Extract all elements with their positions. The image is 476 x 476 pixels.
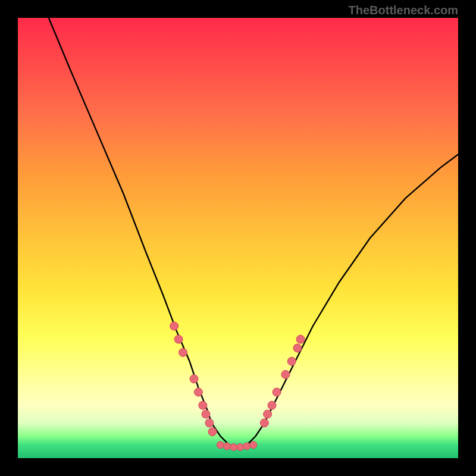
marker-dot <box>281 370 290 378</box>
marker-dot <box>205 419 214 427</box>
marker-dot <box>243 443 250 450</box>
marker-dot <box>237 444 244 451</box>
marker-dot <box>217 441 224 449</box>
marker-dot <box>296 335 305 343</box>
marker-group <box>170 322 305 451</box>
marker-dot <box>224 443 231 450</box>
bottleneck-curve-line <box>49 18 458 447</box>
marker-dot <box>268 401 276 409</box>
marker-dot <box>202 410 210 418</box>
marker-dot <box>250 441 257 449</box>
marker-dot <box>170 322 178 330</box>
watermark-text: TheBottleneck.com <box>349 4 458 17</box>
marker-dot <box>264 410 272 418</box>
marker-dot <box>230 444 237 451</box>
chart-plot-area <box>18 18 458 458</box>
marker-dot <box>174 335 183 343</box>
marker-dot <box>287 357 296 365</box>
marker-dot <box>260 419 268 427</box>
marker-dot <box>190 375 198 383</box>
marker-dot <box>199 401 207 409</box>
marker-dot <box>208 428 217 436</box>
bottleneck-curve-svg <box>18 18 458 458</box>
marker-dot <box>194 388 202 396</box>
marker-dot <box>293 344 302 352</box>
marker-dot <box>273 388 281 396</box>
marker-dot <box>179 348 187 356</box>
